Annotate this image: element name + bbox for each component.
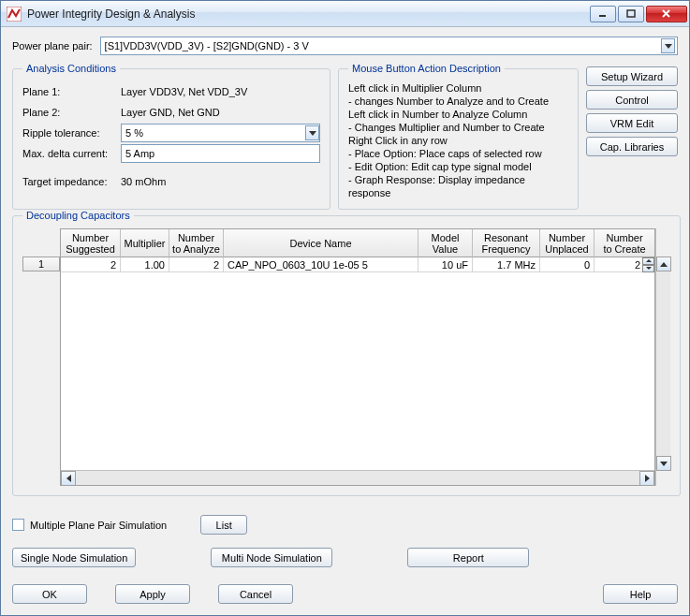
col-number-unplaced[interactable]: NumberUnplaced bbox=[540, 229, 595, 257]
decap-table: 1 NumberSuggested Multiplier Numberto An… bbox=[22, 228, 670, 486]
apply-button[interactable]: Apply bbox=[115, 584, 190, 604]
ripple-tolerance-select[interactable]: 5 % bbox=[121, 124, 320, 142]
number-to-create-spinner[interactable] bbox=[642, 257, 654, 272]
scroll-down-button[interactable] bbox=[656, 456, 671, 471]
cell-unplaced[interactable]: 0 bbox=[540, 257, 595, 272]
multi-plane-row: Multiple Plane Pair Simulation List bbox=[12, 515, 678, 535]
mouse-line: Right Click in any row bbox=[348, 134, 568, 147]
col-multiplier[interactable]: Multiplier bbox=[121, 229, 169, 257]
cell-analyze[interactable]: 2 bbox=[169, 257, 224, 272]
top-section: Analysis Conditions Plane 1: Layer VDD3V… bbox=[12, 63, 678, 210]
col-resonant-frequency[interactable]: ResonantFrequency bbox=[473, 229, 540, 257]
report-button[interactable]: Report bbox=[407, 548, 529, 567]
close-button[interactable] bbox=[646, 6, 687, 22]
single-node-simulation-button[interactable]: Single Node Simulation bbox=[12, 548, 136, 567]
table-body: 2 1.00 2 CAP_NPO_0603_10U 1e-05 5 10 uF … bbox=[61, 257, 654, 470]
chevron-left-icon bbox=[66, 475, 71, 482]
svg-rect-2 bbox=[627, 10, 635, 17]
window-buttons bbox=[588, 6, 687, 22]
titlebar: Power Integrity Design & Analysis bbox=[1, 1, 689, 27]
help-button[interactable]: Help bbox=[603, 584, 678, 604]
chevron-right-icon bbox=[645, 475, 650, 482]
scroll-up-button[interactable] bbox=[656, 257, 671, 271]
cell-device[interactable]: CAP_NPO_0603_10U 1e-05 5 bbox=[224, 257, 418, 272]
cell-freq[interactable]: 1.7 MHz bbox=[473, 257, 540, 272]
cell-create-value: 2 bbox=[635, 259, 640, 271]
content-area: Power plane pair: [S1]VDD3V(VDD_3V) - [S… bbox=[1, 27, 689, 615]
power-plane-pair-row: Power plane pair: [S1]VDD3V(VDD_3V) - [S… bbox=[12, 37, 678, 55]
maximize-button[interactable] bbox=[618, 6, 644, 22]
mouse-line: Left click in Number to Analyze Column bbox=[348, 108, 568, 121]
cell-suggested[interactable]: 2 bbox=[61, 257, 121, 272]
decoupling-capacitors-group: Decoupling Capacitors 1 NumberSuggested … bbox=[12, 210, 681, 496]
ripple-tolerance-label: Ripple tolerance: bbox=[22, 127, 121, 139]
mouse-line: Left click in Multiplier Column bbox=[348, 81, 568, 95]
col-number-to-create[interactable]: Numberto Create bbox=[595, 229, 654, 257]
spin-up-button[interactable] bbox=[642, 257, 654, 265]
control-button[interactable]: Control bbox=[586, 90, 678, 110]
table-row[interactable]: 2 1.00 2 CAP_NPO_0603_10U 1e-05 5 10 uF … bbox=[61, 257, 654, 272]
target-impedance-label: Target impedance: bbox=[22, 176, 121, 187]
cancel-button[interactable]: Cancel bbox=[218, 584, 293, 604]
chevron-down-icon bbox=[646, 267, 652, 270]
lower-section: Multiple Plane Pair Simulation List Sing… bbox=[12, 506, 678, 604]
power-plane-pair-label: Power plane pair: bbox=[12, 40, 93, 51]
ripple-tolerance-value: 5 % bbox=[125, 127, 143, 139]
mouse-line: - Place Option: Place caps of selected r… bbox=[348, 147, 568, 160]
dropdown-button[interactable] bbox=[661, 38, 675, 53]
minimize-button[interactable] bbox=[590, 6, 616, 22]
mouse-line: - Changes Multiplier and Number to Creat… bbox=[348, 121, 568, 134]
mouse-line: - changes Number to Analyze and to Creat… bbox=[348, 95, 568, 108]
list-button[interactable]: List bbox=[200, 515, 247, 535]
vertical-scrollbar[interactable] bbox=[655, 228, 670, 486]
decap-grid: NumberSuggested Multiplier Numberto Anal… bbox=[60, 228, 655, 486]
dropdown-button[interactable] bbox=[305, 125, 319, 140]
plane1-label: Plane 1: bbox=[22, 86, 121, 97]
scroll-track[interactable] bbox=[76, 471, 639, 485]
chevron-up-icon bbox=[646, 259, 652, 262]
row-header[interactable]: 1 bbox=[22, 257, 60, 271]
col-number-to-analyze[interactable]: Numberto Analyze bbox=[169, 229, 224, 257]
setup-wizard-button[interactable]: Setup Wizard bbox=[586, 66, 678, 86]
ok-button[interactable]: OK bbox=[12, 584, 87, 604]
app-window: Power Integrity Design & Analysis Power … bbox=[0, 0, 690, 616]
multi-node-simulation-button[interactable]: Multi Node Simulation bbox=[211, 548, 332, 567]
power-plane-pair-select[interactable]: [S1]VDD3V(VDD_3V) - [S2]GND(GND) - 3 V bbox=[100, 37, 678, 55]
col-number-suggested[interactable]: NumberSuggested bbox=[61, 229, 121, 257]
col-device-name[interactable]: Device Name bbox=[224, 229, 418, 257]
simulation-buttons: Single Node Simulation Multi Node Simula… bbox=[12, 548, 678, 567]
max-delta-current-input[interactable] bbox=[121, 144, 320, 163]
row-header-column: 1 bbox=[22, 228, 60, 486]
target-impedance-value: 30 mOhm bbox=[121, 176, 320, 187]
analysis-legend: Analysis Conditions bbox=[22, 63, 120, 74]
window-title: Power Integrity Design & Analysis bbox=[27, 7, 588, 21]
chevron-down-icon bbox=[665, 44, 672, 49]
multiple-plane-pair-checkbox[interactable] bbox=[12, 519, 24, 531]
multiple-plane-pair-label: Multiple Plane Pair Simulation bbox=[30, 520, 167, 531]
chevron-up-icon bbox=[660, 262, 668, 267]
spin-down-button[interactable] bbox=[642, 265, 654, 272]
power-plane-pair-value: [S1]VDD3V(VDD_3V) - [S2]GND(GND) - 3 V bbox=[105, 40, 309, 51]
cell-multiplier[interactable]: 1.00 bbox=[121, 257, 169, 272]
col-model-value[interactable]: ModelValue bbox=[418, 229, 473, 257]
mouse-line: - Edit Option: Edit cap type signal mode… bbox=[348, 160, 568, 173]
cell-create[interactable]: 2 bbox=[595, 257, 654, 272]
plane2-label: Plane 2: bbox=[22, 107, 121, 118]
chevron-down-icon bbox=[309, 131, 316, 136]
chevron-down-icon bbox=[660, 462, 668, 466]
horizontal-scrollbar[interactable] bbox=[61, 470, 654, 485]
app-icon bbox=[7, 7, 22, 22]
scroll-track[interactable] bbox=[656, 271, 670, 456]
cell-value[interactable]: 10 uF bbox=[418, 257, 473, 272]
mouse-action-group: Mouse Button Action Description Left cli… bbox=[338, 63, 579, 210]
dialog-buttons: OK Apply Cancel Help bbox=[12, 584, 678, 604]
mouse-legend: Mouse Button Action Description bbox=[348, 63, 505, 74]
vrm-edit-button[interactable]: VRM Edit bbox=[586, 113, 678, 133]
scroll-left-button[interactable] bbox=[61, 471, 76, 486]
scroll-right-button[interactable] bbox=[639, 471, 654, 486]
analysis-conditions-group: Analysis Conditions Plane 1: Layer VDD3V… bbox=[12, 63, 330, 210]
table-header: NumberSuggested Multiplier Numberto Anal… bbox=[61, 229, 654, 257]
plane2-value: Layer GND, Net GND bbox=[121, 107, 320, 118]
side-buttons: Setup Wizard Control VRM Edit Cap. Libra… bbox=[586, 63, 678, 210]
cap-libraries-button[interactable]: Cap. Libraries bbox=[586, 137, 678, 156]
